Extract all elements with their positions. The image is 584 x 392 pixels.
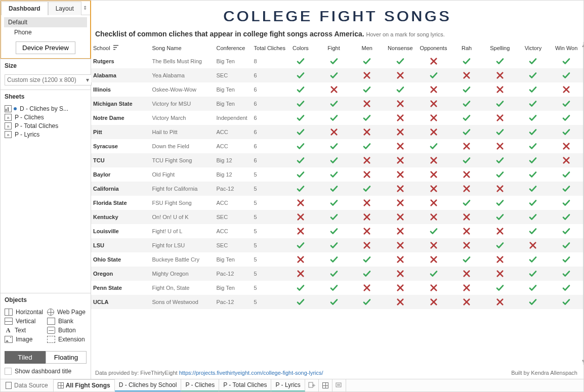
cell-mark[interactable]: [317, 182, 351, 196]
cell-mark[interactable]: [317, 125, 351, 139]
cell-mark[interactable]: [450, 125, 483, 139]
object-ext[interactable]: Extension: [47, 336, 87, 343]
column-header[interactable]: Song Name: [150, 42, 214, 54]
cell-mark[interactable]: [550, 125, 583, 139]
column-header[interactable]: School: [91, 42, 150, 54]
table-row[interactable]: BaylorOld FightBig 125: [91, 167, 583, 182]
cell-mark[interactable]: [550, 281, 583, 295]
cell-mark[interactable]: [317, 196, 351, 210]
cell-mark[interactable]: [384, 97, 417, 111]
cell-mark[interactable]: [483, 295, 517, 309]
pin-icon[interactable]: ⇕: [83, 5, 87, 11]
cell-mark[interactable]: [384, 295, 417, 309]
cell-mark[interactable]: [384, 153, 417, 167]
tiled-button[interactable]: Tiled: [5, 351, 46, 364]
table-row[interactable]: RutgersThe Bells Must RingBig Ten8: [91, 54, 583, 68]
table-row[interactable]: Ohio StateBuckeye Battle CryBig Ten5: [91, 252, 583, 267]
table-row[interactable]: CaliforniaFight for CaliforniaPac-125: [91, 182, 583, 196]
cell-mark[interactable]: [284, 295, 317, 309]
cell-mark[interactable]: [450, 97, 483, 111]
cell-mark[interactable]: [517, 111, 550, 125]
table-row[interactable]: LouisvilleFight! U of LACC5: [91, 224, 583, 238]
cell-mark[interactable]: [284, 252, 317, 267]
cell-mark[interactable]: [550, 97, 583, 111]
cell-mark[interactable]: [483, 167, 517, 182]
cell-mark[interactable]: [350, 97, 384, 111]
cell-mark[interactable]: [384, 139, 417, 153]
cell-mark[interactable]: [450, 281, 483, 295]
object-button[interactable]: Button: [47, 327, 87, 334]
column-header[interactable]: Conference: [215, 42, 252, 54]
cell-mark[interactable]: [550, 267, 583, 281]
column-header[interactable]: Opponents: [417, 42, 450, 54]
cell-mark[interactable]: [417, 97, 450, 111]
cell-mark[interactable]: [483, 267, 517, 281]
table-row[interactable]: KentuckyOn! On! U of KSEC5: [91, 210, 583, 224]
object-vertical[interactable]: Vertical: [5, 318, 44, 325]
cell-mark[interactable]: [317, 111, 351, 125]
cell-mark[interactable]: [317, 82, 351, 97]
cell-mark[interactable]: [483, 82, 517, 97]
cell-mark[interactable]: [284, 82, 317, 97]
cell-mark[interactable]: [350, 125, 384, 139]
column-header[interactable]: Fight: [317, 42, 351, 54]
sheet-tab[interactable]: P - Lyrics: [271, 379, 305, 391]
cell-mark[interactable]: [483, 68, 517, 82]
table-row[interactable]: Michigan StateVictory for MSUBig Ten6: [91, 97, 583, 111]
cell-mark[interactable]: [317, 54, 351, 68]
cell-mark[interactable]: [284, 224, 317, 238]
cell-mark[interactable]: [450, 82, 483, 97]
table-row[interactable]: Notre DameVictory MarchIndependent6: [91, 111, 583, 125]
cell-mark[interactable]: [550, 210, 583, 224]
cell-mark[interactable]: [284, 210, 317, 224]
object-image[interactable]: Image: [5, 336, 44, 343]
cell-mark[interactable]: [550, 224, 583, 238]
cell-mark[interactable]: [550, 182, 583, 196]
cell-mark[interactable]: [550, 139, 583, 153]
cell-mark[interactable]: [483, 238, 517, 252]
cell-mark[interactable]: [417, 210, 450, 224]
sheet-tab[interactable]: D - Cliches by School: [115, 379, 182, 391]
tab-dashboard[interactable]: Dashboard: [1, 2, 48, 15]
cell-mark[interactable]: [450, 252, 483, 267]
cell-mark[interactable]: [483, 252, 517, 267]
cell-mark[interactable]: [450, 196, 483, 210]
cell-mark[interactable]: [417, 238, 450, 252]
column-header[interactable]: Rah: [450, 42, 483, 54]
column-header[interactable]: Victory: [517, 42, 550, 54]
cell-mark[interactable]: [317, 210, 351, 224]
cell-mark[interactable]: [550, 111, 583, 125]
cell-mark[interactable]: [284, 54, 317, 68]
cell-mark[interactable]: [517, 97, 550, 111]
column-header[interactable]: Colors: [284, 42, 317, 54]
sheet-tab[interactable]: All Fight Songs: [54, 379, 115, 391]
cell-mark[interactable]: [450, 54, 483, 68]
floating-button[interactable]: Floating: [46, 351, 87, 364]
cell-mark[interactable]: [384, 224, 417, 238]
cell-mark[interactable]: [550, 196, 583, 210]
cell-mark[interactable]: [384, 281, 417, 295]
cell-mark[interactable]: [284, 153, 317, 167]
cell-mark[interactable]: [317, 295, 351, 309]
cell-mark[interactable]: [284, 125, 317, 139]
tab-layout[interactable]: Layout: [48, 2, 81, 15]
cell-mark[interactable]: [450, 68, 483, 82]
cell-mark[interactable]: [384, 196, 417, 210]
cell-mark[interactable]: [317, 153, 351, 167]
sheet-item[interactable]: aP - Total Cliches: [5, 122, 87, 129]
cell-mark[interactable]: [350, 238, 384, 252]
cell-mark[interactable]: [450, 182, 483, 196]
cell-mark[interactable]: [450, 238, 483, 252]
sheet-item[interactable]: aP - Cliches: [5, 114, 87, 121]
cell-mark[interactable]: [483, 210, 517, 224]
cell-mark[interactable]: [517, 295, 550, 309]
cell-mark[interactable]: [384, 182, 417, 196]
data-source-tab[interactable]: Data Source: [1, 379, 54, 391]
cell-mark[interactable]: [517, 82, 550, 97]
cell-mark[interactable]: [350, 82, 384, 97]
cell-mark[interactable]: [384, 210, 417, 224]
cell-mark[interactable]: [417, 68, 450, 82]
cell-mark[interactable]: [317, 252, 351, 267]
cell-mark[interactable]: [350, 252, 384, 267]
device-default[interactable]: Default: [4, 17, 87, 27]
